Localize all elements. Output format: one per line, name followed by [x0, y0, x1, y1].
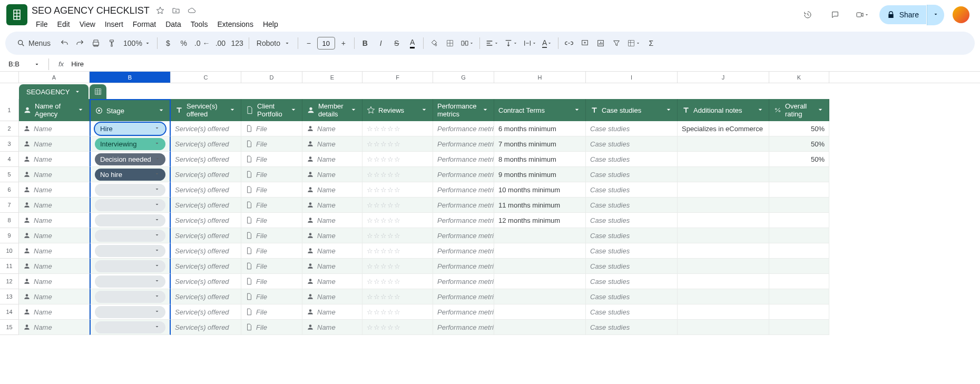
- stage-pill[interactable]: [95, 199, 165, 211]
- cell-cases[interactable]: Case studies: [586, 228, 678, 243]
- cell-member[interactable]: Name: [302, 289, 362, 304]
- cell-stage[interactable]: Hire: [90, 121, 171, 136]
- cell-member[interactable]: Name: [302, 213, 362, 228]
- cell-rating[interactable]: [769, 213, 829, 228]
- star-rating[interactable]: ☆☆☆☆☆: [367, 308, 401, 316]
- cell-stage[interactable]: No hire: [90, 167, 171, 182]
- cell-reviews[interactable]: ☆☆☆☆☆: [362, 136, 433, 152]
- increase-fontsize-button[interactable]: +: [336, 35, 351, 51]
- cell-contract[interactable]: 6 months minimum: [494, 121, 586, 136]
- cell-perf[interactable]: Performance metri: [433, 167, 494, 182]
- stage-pill[interactable]: [95, 275, 165, 288]
- row-header[interactable]: 6: [0, 182, 19, 198]
- menu-data[interactable]: Data: [161, 18, 185, 31]
- cell-rating[interactable]: [769, 243, 829, 259]
- cell-name[interactable]: Name: [19, 213, 90, 228]
- cell-reviews[interactable]: ☆☆☆☆☆: [362, 152, 433, 167]
- cell-contract[interactable]: [494, 274, 586, 289]
- cell-services[interactable]: Service(s) offered: [171, 304, 241, 320]
- col-letter-C[interactable]: C: [171, 72, 241, 83]
- table-tab-menu[interactable]: [90, 84, 106, 99]
- cell-services[interactable]: Service(s) offered: [171, 182, 241, 198]
- cell-notes[interactable]: [678, 289, 769, 304]
- cell-notes[interactable]: [678, 213, 769, 228]
- cell-stage[interactable]: [90, 304, 171, 320]
- row-header[interactable]: 3: [0, 136, 19, 152]
- cell-member[interactable]: Name: [302, 243, 362, 259]
- cell-portfolio[interactable]: File: [241, 320, 302, 335]
- col-letter-E[interactable]: E: [302, 72, 362, 83]
- cell-name[interactable]: Name: [19, 259, 90, 274]
- cell-cases[interactable]: Case studies: [586, 289, 678, 304]
- cell-notes[interactable]: [678, 152, 769, 167]
- menu-file[interactable]: File: [32, 18, 52, 31]
- cell-cases[interactable]: Case studies: [586, 320, 678, 335]
- cell-member[interactable]: Name: [302, 304, 362, 320]
- cell-member[interactable]: Name: [302, 259, 362, 274]
- row-header[interactable]: 13: [0, 289, 19, 304]
- undo-button[interactable]: [57, 35, 72, 51]
- col-header-cases[interactable]: Case studies: [586, 99, 678, 121]
- doc-title[interactable]: SEO AGENCY CHECKLIST: [32, 5, 150, 16]
- col-header-portfolio[interactable]: Client Portfolio: [241, 99, 302, 121]
- row-header[interactable]: 5: [0, 167, 19, 182]
- col-letter-K[interactable]: K: [769, 72, 829, 83]
- cell-perf[interactable]: Performance metri: [433, 243, 494, 259]
- row-header[interactable]: 14: [0, 304, 19, 320]
- cell-stage[interactable]: [90, 213, 171, 228]
- menu-insert[interactable]: Insert: [101, 18, 128, 31]
- redo-button[interactable]: [73, 35, 87, 51]
- cell-reviews[interactable]: ☆☆☆☆☆: [362, 121, 433, 136]
- col-letter-G[interactable]: G: [433, 72, 494, 83]
- stage-pill[interactable]: [95, 184, 165, 196]
- menu-format[interactable]: Format: [129, 18, 160, 31]
- cell-reviews[interactable]: ☆☆☆☆☆: [362, 228, 433, 243]
- cell-perf[interactable]: Performance metri: [433, 289, 494, 304]
- cell-member[interactable]: Name: [302, 167, 362, 182]
- cell-cases[interactable]: Case studies: [586, 304, 678, 320]
- cell-portfolio[interactable]: File: [241, 228, 302, 243]
- row-header[interactable]: 9: [0, 228, 19, 243]
- cell-stage[interactable]: Interviewing: [90, 136, 171, 152]
- cell-contract[interactable]: 8 months minimum: [494, 152, 586, 167]
- cell-perf[interactable]: Performance metri: [433, 213, 494, 228]
- col-header-stage[interactable]: Stage: [90, 99, 171, 121]
- cell-portfolio[interactable]: File: [241, 213, 302, 228]
- cell-notes[interactable]: [678, 274, 769, 289]
- cell-cases[interactable]: Case studies: [586, 274, 678, 289]
- star-rating[interactable]: ☆☆☆☆☆: [367, 232, 401, 240]
- col-letter-I[interactable]: I: [586, 72, 678, 83]
- cell-services[interactable]: Service(s) offered: [171, 198, 241, 213]
- cell-name[interactable]: Name: [19, 198, 90, 213]
- cell-reviews[interactable]: ☆☆☆☆☆: [362, 304, 433, 320]
- table-tab[interactable]: SEOAGENCY: [19, 84, 89, 99]
- cell-rating[interactable]: 50%: [769, 136, 829, 152]
- col-header-member[interactable]: Member details: [302, 99, 362, 121]
- row-header[interactable]: 11: [0, 259, 19, 274]
- menu-edit[interactable]: Edit: [53, 18, 74, 31]
- font-select[interactable]: Roboto: [252, 35, 295, 51]
- cell-rating[interactable]: [769, 198, 829, 213]
- col-letter-B[interactable]: B: [90, 72, 171, 83]
- cell-member[interactable]: Name: [302, 121, 362, 136]
- cell-contract[interactable]: [494, 304, 586, 320]
- menu-help[interactable]: Help: [259, 18, 282, 31]
- star-rating[interactable]: ☆☆☆☆☆: [367, 186, 401, 194]
- cell-cases[interactable]: Case studies: [586, 167, 678, 182]
- row-header[interactable]: 12: [0, 274, 19, 289]
- cell-perf[interactable]: Performance metri: [433, 182, 494, 198]
- cell-perf[interactable]: Performance metri: [433, 152, 494, 167]
- cell-portfolio[interactable]: File: [241, 289, 302, 304]
- cell-portfolio[interactable]: File: [241, 274, 302, 289]
- sheets-app-icon[interactable]: [6, 4, 27, 25]
- cell-stage[interactable]: [90, 243, 171, 259]
- cell-perf[interactable]: Performance metri: [433, 228, 494, 243]
- star-rating[interactable]: ☆☆☆☆☆: [367, 201, 401, 209]
- cell-notes[interactable]: [678, 243, 769, 259]
- percent-button[interactable]: %: [177, 35, 191, 51]
- cell-reviews[interactable]: ☆☆☆☆☆: [362, 274, 433, 289]
- cell-name[interactable]: Name: [19, 320, 90, 335]
- print-button[interactable]: [89, 35, 103, 51]
- star-icon[interactable]: [155, 5, 165, 16]
- cell-cases[interactable]: Case studies: [586, 182, 678, 198]
